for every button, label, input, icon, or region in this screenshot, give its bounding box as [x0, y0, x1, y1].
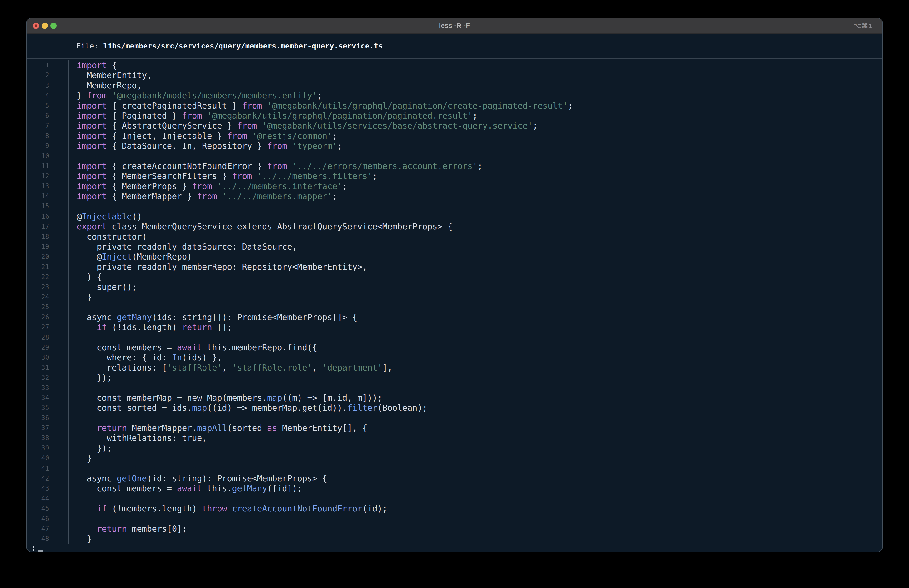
code-line: 22 ) { [27, 272, 882, 282]
code-line: 46 [27, 514, 882, 524]
window-shortcut: ⌥⌘1 [853, 22, 882, 30]
line-number: 24 [27, 292, 69, 302]
code-text: import { Paginated } from '@megabank/uti… [69, 111, 478, 121]
code-text: private readonly memberRepo: Repository<… [69, 262, 367, 272]
code-text [69, 151, 77, 161]
code-text: } from '@megabank/models/members/members… [69, 90, 322, 100]
code-text: super(); [69, 282, 137, 292]
code-text: async getMany(ids: string[]): Promise<Me… [69, 312, 357, 322]
code-text: }); [69, 373, 112, 383]
line-number: 38 [27, 433, 69, 443]
code-line: 34 const memberMap = new Map(members.map… [27, 393, 882, 403]
code-line: 48 } [27, 534, 882, 544]
line-number: 47 [27, 524, 69, 534]
code-line: 20 @Inject(MemberRepo) [27, 252, 882, 262]
line-number: 5 [27, 101, 69, 111]
line-number: 3 [27, 81, 69, 90]
line-number: 6 [27, 111, 69, 121]
code-text: ) { [69, 272, 102, 282]
code-line: 8import { Inject, Injectable } from '@ne… [27, 131, 882, 141]
code-line: 11import { createAccountNotFoundError } … [27, 161, 882, 171]
terminal-window: less -R -F ⌥⌘1 File:libs/members/src/ser… [27, 18, 882, 552]
line-number: 19 [27, 242, 69, 252]
code-text: import { [69, 60, 117, 70]
code-text [69, 333, 77, 342]
code-text: relations: ['staffRole', 'staffRole.role… [69, 363, 392, 373]
code-line: 21 private readonly memberRepo: Reposito… [27, 262, 882, 272]
line-number: 28 [27, 333, 69, 342]
line-number: 4 [27, 90, 69, 100]
line-number: 27 [27, 322, 69, 332]
line-number: 7 [27, 121, 69, 131]
code-text: } [69, 534, 92, 544]
code-line: 24 } [27, 292, 882, 302]
code-line: 27 if (!ids.length) return []; [27, 322, 882, 332]
code-line: 12import { MemberSearchFilters } from '.… [27, 171, 882, 181]
code-lines: 1import {2 MemberEntity,3 MemberRepo,4} … [27, 59, 882, 544]
code-line: 43 const members = await this.getMany([i… [27, 483, 882, 493]
line-number: 2 [27, 70, 69, 80]
line-number: 16 [27, 212, 69, 221]
code-line: 17export class MemberQueryService extend… [27, 221, 882, 231]
code-text: const members = await this.getMany([id])… [69, 483, 302, 493]
line-number: 42 [27, 473, 69, 483]
code-line: 35 const sorted = ids.map((id) => member… [27, 403, 882, 413]
line-number: 46 [27, 514, 69, 524]
code-text: import { createAccountNotFoundError } fr… [69, 161, 483, 171]
code-text: if (!ids.length) return []; [69, 322, 232, 332]
line-number: 1 [27, 60, 69, 70]
code-text [69, 494, 77, 504]
code-text: const members = await this.memberRepo.fi… [69, 342, 317, 352]
code-line: 42 async getOne(id: string): Promise<Mem… [27, 473, 882, 483]
code-text: import { Inject, Injectable } from '@nes… [69, 131, 337, 141]
file-path: libs/members/src/services/query/members.… [103, 42, 383, 50]
code-text: if (!members.length) throw createAccount… [69, 504, 387, 514]
code-line: 9import { DataSource, In, Repository } f… [27, 141, 882, 151]
file-label-prefix: File: [76, 42, 98, 50]
titlebar: less -R -F ⌥⌘1 [27, 18, 882, 34]
code-line: 32 }); [27, 373, 882, 383]
pager-view: File:libs/members/src/services/query/mem… [27, 34, 882, 552]
line-number: 20 [27, 252, 69, 262]
code-line: 13import { MemberProps } from '../../mem… [27, 181, 882, 191]
code-line: 2 MemberEntity, [27, 70, 882, 80]
code-text: where: { id: In(ids) }, [69, 352, 222, 362]
code-line: 30 where: { id: In(ids) }, [27, 352, 882, 362]
window-title: less -R -F [27, 22, 882, 29]
line-number: 10 [27, 151, 69, 161]
code-text [69, 201, 77, 211]
code-text: import { MemberMapper } from '../../memb… [69, 191, 337, 201]
line-number: 8 [27, 131, 69, 141]
code-line: 45 if (!members.length) throw createAcco… [27, 504, 882, 514]
line-number: 48 [27, 534, 69, 544]
code-line: 10 [27, 151, 882, 161]
code-text: @Injectable() [69, 212, 142, 221]
code-line: 3 MemberRepo, [27, 81, 882, 90]
code-line: 47 return members[0]; [27, 524, 882, 534]
line-number: 41 [27, 464, 69, 473]
line-number: 44 [27, 494, 69, 504]
code-line: 18 constructor( [27, 232, 882, 242]
pager-prompt[interactable]: : [27, 544, 882, 552]
code-text: private readonly dataSource: DataSource, [69, 242, 297, 252]
file-label: File:libs/members/src/services/query/mem… [69, 34, 383, 58]
file-header: File:libs/members/src/services/query/mem… [27, 34, 882, 59]
code-text: const memberMap = new Map(members.map((m… [69, 393, 382, 403]
code-line: 37 return MemberMapper.mapAll(sorted as … [27, 423, 882, 433]
code-line: 41 [27, 464, 882, 473]
code-line: 26 async getMany(ids: string[]): Promise… [27, 312, 882, 322]
code-line: 16@Injectable() [27, 212, 882, 221]
code-line: 1import { [27, 60, 882, 70]
code-text: import { createPaginatedResult } from '@… [69, 101, 573, 111]
code-text: return members[0]; [69, 524, 187, 534]
code-line: 39 }); [27, 443, 882, 453]
code-line: 7import { AbstractQueryService } from '@… [27, 121, 882, 131]
code-text: import { AbstractQueryService } from '@m… [69, 121, 538, 131]
line-number: 35 [27, 403, 69, 413]
code-text: constructor( [69, 232, 147, 242]
code-text [69, 514, 77, 524]
code-line: 40 } [27, 453, 882, 463]
line-number: 15 [27, 201, 69, 211]
code-text: } [69, 292, 92, 302]
prompt-colon: : [31, 544, 36, 552]
